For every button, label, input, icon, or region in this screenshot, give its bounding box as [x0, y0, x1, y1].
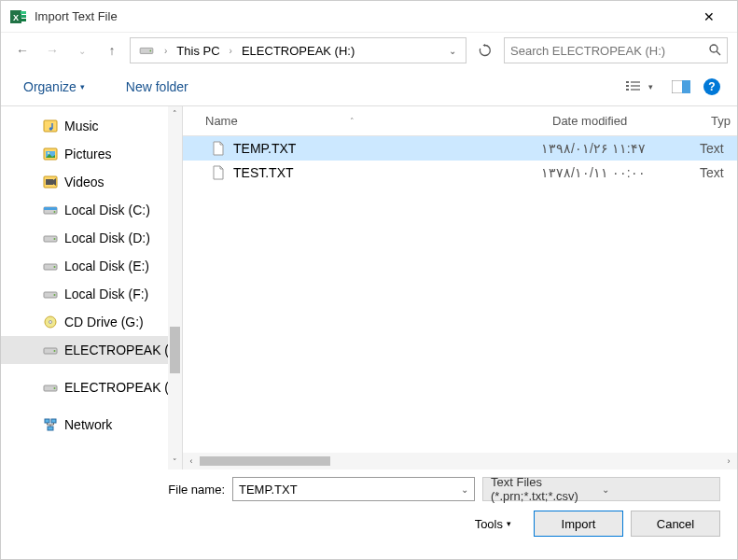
file-list[interactable]: TEMP.TXT۱۳۹۸/۰۱/۲۶ ۱۱:۴۷TextTEST.TXT۱۳۷۸… — [183, 136, 737, 453]
excel-icon: X — [10, 8, 27, 25]
sidebar-item-label: Local Disk (E:) — [64, 259, 149, 273]
filename-input[interactable] — [239, 483, 461, 497]
forward-button[interactable]: → — [40, 38, 64, 63]
file-list-header[interactable]: Name ˄ Date modified Typ — [183, 106, 737, 136]
breadcrumb-current[interactable]: ELECTROPEAK (H:) — [238, 42, 358, 60]
file-date: ۱۳۷۸/۱۰/۱۱ ۰۰:۰۰ — [541, 165, 700, 180]
help-button[interactable]: ? — [703, 78, 720, 95]
caret-down-icon: ▾ — [507, 519, 511, 528]
drive-icon — [42, 230, 59, 246]
svg-rect-25 — [44, 207, 57, 210]
sidebar-item[interactable]: Local Disk (C:) — [1, 196, 182, 224]
sidebar-item[interactable]: Pictures — [1, 140, 182, 168]
scroll-up-icon[interactable]: ˄ — [168, 106, 182, 121]
sidebar-item-label: Music — [64, 119, 99, 133]
sort-indicator-icon: ˄ — [350, 117, 355, 126]
svg-rect-1 — [21, 11, 26, 14]
caret-down-icon: ▾ — [648, 82, 653, 91]
svg-rect-11 — [626, 89, 629, 91]
sidebar-item[interactable]: Music — [1, 112, 182, 140]
svg-rect-16 — [682, 80, 690, 93]
drive-icon — [42, 379, 59, 396]
svg-rect-12 — [631, 81, 640, 83]
sidebar-item-label: ELECTROPEAK (H:) — [64, 343, 182, 357]
file-row[interactable]: TEMP.TXT۱۳۹۸/۰۱/۲۶ ۱۱:۴۷Text — [183, 136, 737, 161]
scroll-left-icon[interactable]: ‹ — [183, 456, 200, 466]
chevron-down-icon[interactable]: ⌄ — [602, 484, 713, 495]
tools-menu[interactable]: Tools ▾ — [475, 517, 511, 531]
search-box[interactable] — [504, 37, 728, 63]
sidebar-item-label: Local Disk (D:) — [64, 231, 150, 245]
view-options-button[interactable]: ▾ — [620, 77, 659, 97]
sidebar-item-label: Network — [64, 417, 112, 432]
column-type[interactable]: Typ — [700, 114, 737, 128]
drive-icon — [138, 42, 155, 59]
import-button[interactable]: Import — [534, 511, 623, 537]
search-input[interactable] — [510, 44, 708, 58]
chevron-down-icon[interactable]: ⌄ — [443, 46, 462, 56]
svg-point-30 — [54, 266, 56, 268]
filetype-label: Text Files (*.prn;*.txt;*.csv) — [491, 475, 602, 503]
svg-rect-10 — [626, 85, 629, 87]
sidebar-item-label: Local Disk (F:) — [64, 287, 148, 301]
search-icon[interactable] — [708, 43, 721, 59]
scrollbar-thumb[interactable] — [170, 327, 180, 373]
scroll-right-icon[interactable]: › — [720, 456, 737, 466]
file-name: TEST.TXT — [233, 165, 541, 180]
file-type: Text — [700, 165, 737, 180]
filetype-filter[interactable]: Text Files (*.prn;*.txt;*.csv) ⌄ — [482, 477, 720, 501]
file-icon — [209, 141, 228, 156]
preview-pane-button[interactable] — [666, 77, 696, 97]
breadcrumb[interactable]: › This PC › ELECTROPEAK (H:) ⌄ — [130, 37, 466, 63]
horizontal-scrollbar[interactable]: ‹ › — [183, 453, 737, 469]
scroll-down-icon[interactable]: ˅ — [168, 455, 182, 469]
file-name: TEMP.TXT — [233, 141, 541, 156]
file-type: Text — [700, 141, 737, 156]
sidebar-item[interactable]: ELECTROPEAK (H:) — [1, 336, 182, 364]
sidebar-item-label: Pictures — [64, 147, 112, 161]
svg-point-38 — [54, 387, 56, 389]
sidebar-item[interactable]: Videos — [1, 168, 182, 196]
column-date[interactable]: Date modified — [541, 114, 700, 128]
svg-rect-14 — [631, 89, 640, 91]
file-date: ۱۳۹۸/۰۱/۲۶ ۱۱:۴۷ — [541, 141, 700, 156]
sidebar-item[interactable]: CD Drive (G:) — [1, 308, 182, 336]
sidebar-item[interactable]: Network — [1, 411, 182, 439]
chevron-right-icon: › — [224, 46, 238, 56]
recent-locations-button[interactable]: ⌄ — [70, 38, 94, 63]
svg-text:X: X — [13, 13, 19, 22]
svg-rect-2 — [21, 15, 26, 18]
sidebar-item[interactable]: ELECTROPEAK (H:) — [1, 373, 182, 401]
organize-label: Organize — [23, 79, 77, 94]
svg-rect-40 — [51, 419, 56, 423]
svg-rect-23 — [46, 179, 53, 185]
svg-rect-39 — [45, 419, 49, 423]
column-name[interactable]: Name ˄ — [183, 114, 541, 128]
chevron-down-icon[interactable]: ⌄ — [461, 484, 468, 495]
up-button[interactable]: ↑ — [100, 38, 124, 63]
svg-rect-3 — [21, 19, 26, 21]
videos-icon — [42, 174, 59, 190]
sidebar-scrollbar[interactable]: ˄ ˅ — [168, 106, 182, 469]
cancel-button[interactable]: Cancel — [631, 511, 720, 537]
svg-point-6 — [149, 50, 151, 52]
pictures-icon — [42, 146, 59, 162]
new-folder-button[interactable]: New folder — [120, 76, 194, 98]
sidebar-item[interactable]: Local Disk (E:) — [1, 252, 182, 280]
svg-point-26 — [54, 211, 56, 213]
sidebar-item[interactable]: Local Disk (D:) — [1, 224, 182, 252]
file-row[interactable]: TEST.TXT۱۳۷۸/۱۰/۱۱ ۰۰:۰۰Text — [183, 161, 737, 185]
breadcrumb-root[interactable]: This PC — [173, 42, 223, 60]
back-button[interactable]: ← — [10, 38, 35, 63]
close-button[interactable]: ✕ — [690, 6, 728, 28]
svg-point-34 — [49, 321, 52, 324]
scrollbar-thumb[interactable] — [200, 456, 330, 466]
sidebar-item[interactable]: Local Disk (F:) — [1, 280, 182, 308]
svg-point-32 — [54, 294, 56, 296]
filename-combobox[interactable]: ⌄ — [232, 477, 475, 501]
window-title: Import Text File — [35, 9, 690, 23]
file-icon — [209, 165, 228, 180]
organize-menu[interactable]: Organize ▾ — [18, 76, 91, 98]
svg-rect-41 — [48, 427, 53, 430]
refresh-button[interactable] — [472, 37, 498, 63]
